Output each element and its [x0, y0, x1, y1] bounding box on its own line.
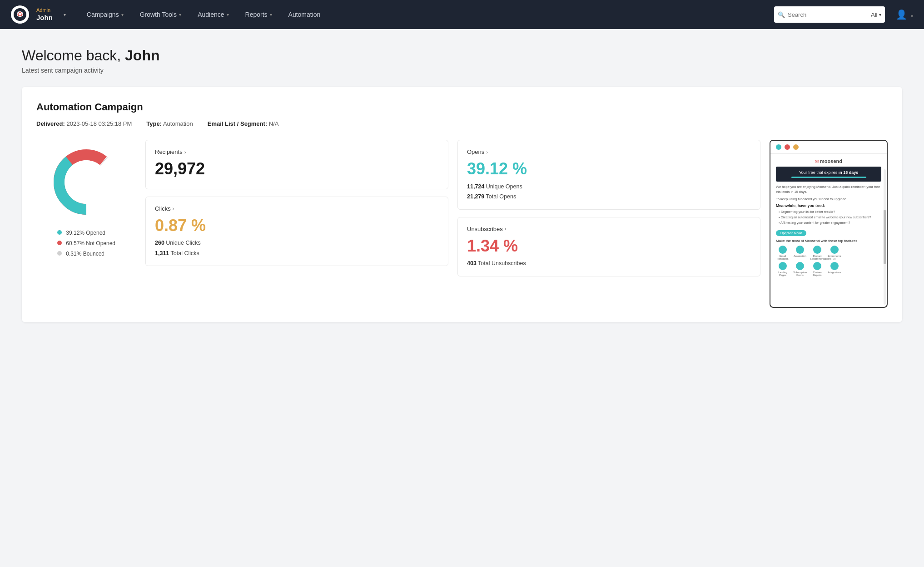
- nav-growth-tools[interactable]: Growth Tools ▾: [132, 0, 189, 29]
- profile-icon[interactable]: 👤 ▾: [896, 9, 913, 20]
- clicks-chevron: ›: [173, 206, 174, 211]
- user-dropdown-arrow[interactable]: ▾: [64, 12, 66, 17]
- email-preview: ✉ moosend Your free trial expires in 15 …: [770, 140, 888, 308]
- feature-icon: [813, 246, 821, 254]
- email-list-meta: Email List / Segment: N/A: [208, 120, 279, 127]
- feature-icon: [813, 262, 821, 270]
- ep-logo-text: moosend: [820, 158, 842, 164]
- bounced-dot: [57, 251, 62, 256]
- welcome-subtitle: Latest sent campaign activity: [22, 67, 902, 74]
- opened-dot: [57, 230, 62, 235]
- ep-features-title: Make the most of Moosend with these top …: [776, 239, 881, 243]
- search-icon: 🔍: [778, 11, 785, 18]
- stat-col-left: Recipients › 29,972 Clicks › 0.87 % 260 …: [145, 140, 448, 266]
- donut-container: 39.12% Opened 60.57% Not Opened 0.31% Bo…: [36, 140, 136, 259]
- ep-upgrade-btn[interactable]: Upgrade Now!: [776, 230, 806, 236]
- legend-bounced: 0.31% Bounced: [57, 249, 115, 259]
- feature-automation: Automation: [793, 246, 807, 260]
- clicks-percent: 0.87 %: [155, 217, 439, 235]
- audience-arrow: ▾: [227, 12, 229, 17]
- feature-email-templates: Email Templates: [776, 246, 790, 260]
- feature-icon: [796, 246, 804, 254]
- profile-arrow: ▾: [911, 14, 913, 19]
- feature-subscription: Subscription Forms: [793, 262, 807, 276]
- svg-point-9: [65, 160, 108, 204]
- recipients-value: 29,972: [155, 160, 439, 178]
- campaign-meta: Delivered: 2023-05-18 03:25:18 PM Type: …: [36, 120, 888, 127]
- opens-chevron: ›: [486, 149, 488, 155]
- not-opened-dot: [57, 241, 62, 245]
- feature-icon: [796, 262, 804, 270]
- campaign-card: Automation Campaign Delivered: 2023-05-1…: [22, 87, 902, 322]
- email-preview-body: ✉ moosend Your free trial expires in 15 …: [770, 154, 887, 305]
- donut-chart: [48, 143, 125, 221]
- ep-body-text2: To keep using Moosend you'll need to upg…: [776, 197, 881, 202]
- ep-list: • Segmenting your list for better result…: [776, 209, 881, 226]
- unsubscribes-header[interactable]: Unsubscribes ›: [467, 226, 751, 232]
- dot-gold: [793, 144, 799, 150]
- stats-layout: 39.12% Opened 60.57% Not Opened 0.31% Bo…: [36, 140, 888, 308]
- unsubscribes-chevron: ›: [505, 226, 507, 232]
- nav-search: 🔍 All ▾: [774, 6, 885, 23]
- feature-icon: [830, 246, 839, 254]
- ep-icons-row: Email Templates Automation Product Recom…: [776, 246, 881, 260]
- admin-label: Admin: [36, 7, 53, 13]
- clicks-sub: 260 Unique Clicks 1,311 Total Clicks: [155, 238, 439, 258]
- nav-items: Campaigns ▾ Growth Tools ▾ Audience ▾ Re…: [79, 0, 770, 29]
- unsubscribes-percent: 1.34 %: [467, 237, 751, 255]
- delivered-meta: Delivered: 2023-05-18 03:25:18 PM: [36, 120, 132, 127]
- nav-user: Admin John: [36, 7, 53, 21]
- search-input[interactable]: [788, 11, 864, 18]
- reports-arrow: ▾: [270, 12, 272, 17]
- nav-username: John: [36, 14, 53, 22]
- ep-body-text1: We hope you are enjoying Moosend. Just a…: [776, 184, 881, 195]
- filter-arrow: ▾: [879, 12, 881, 17]
- ep-scrollbar[interactable]: [884, 169, 886, 305]
- recipients-box: Recipients › 29,972: [145, 140, 448, 189]
- welcome-title: Welcome back, John: [22, 47, 902, 64]
- ep-scrollbar-thumb: [884, 210, 886, 264]
- clicks-header[interactable]: Clicks ›: [155, 205, 439, 212]
- navbar: Admin John ▾ Campaigns ▾ Growth Tools ▾ …: [0, 0, 924, 29]
- logo: [11, 5, 29, 24]
- legend-opened: 39.12% Opened: [57, 228, 115, 238]
- recipients-header[interactable]: Recipients ›: [155, 148, 439, 155]
- donut-legend: 39.12% Opened 60.57% Not Opened 0.31% Bo…: [57, 228, 115, 259]
- opens-sub: 11,724 Unique Opens 21,279 Total Opens: [467, 182, 751, 202]
- stat-col-right: Opens › 39.12 % 11,724 Unique Opens 21,2…: [457, 140, 760, 276]
- nav-audience[interactable]: Audience ▾: [189, 0, 237, 29]
- list-item: • Segmenting your list for better result…: [779, 209, 881, 215]
- dot-teal: [776, 144, 781, 150]
- main-content: Welcome back, John Latest sent campaign …: [0, 29, 924, 340]
- feature-icon: [779, 246, 787, 254]
- campaigns-arrow: ▾: [121, 12, 124, 17]
- list-item: • A/B testing your content for greater e…: [779, 220, 881, 226]
- ep-logo: ✉ moosend: [776, 158, 881, 164]
- ep-meanwhile-heading: Meanwhile, have you tried:: [776, 203, 881, 208]
- feature-custom-reports: Custom Reports: [810, 262, 824, 276]
- email-preview-topbar: [770, 141, 887, 154]
- dot-red: [785, 144, 790, 150]
- nav-reports[interactable]: Reports ▾: [237, 0, 280, 29]
- clicks-box: Clicks › 0.87 % 260 Unique Clicks 1,311 …: [145, 197, 448, 266]
- feature-ecommerce: Ecommerce AI: [828, 246, 841, 260]
- search-filter[interactable]: All ▾: [867, 11, 881, 18]
- unsubscribes-box: Unsubscribes › 1.34 % 403 Total Unsubscr…: [457, 217, 760, 276]
- opens-box: Opens › 39.12 % 11,724 Unique Opens 21,2…: [457, 140, 760, 210]
- unsubscribes-sub: 403 Total Unsubscribes: [467, 258, 751, 269]
- list-item: • Creating an automated email to welcome…: [779, 215, 881, 220]
- ep-icons-row-2: Landing Pages Subscription Forms Custom …: [776, 262, 881, 276]
- nav-campaigns[interactable]: Campaigns ▾: [79, 0, 132, 29]
- nav-automation[interactable]: Automation: [280, 0, 329, 29]
- feature-product-rec: Product Recommendations: [810, 246, 824, 260]
- opens-header[interactable]: Opens ›: [467, 148, 751, 155]
- opens-percent: 39.12 %: [467, 160, 751, 178]
- growth-tools-arrow: ▾: [179, 12, 181, 17]
- type-meta: Type: Automation: [146, 120, 193, 127]
- feature-integrations: Integrations: [828, 262, 841, 276]
- campaign-title: Automation Campaign: [36, 101, 888, 113]
- recipients-chevron: ›: [184, 149, 186, 155]
- ep-progress-bar: [791, 177, 866, 178]
- feature-icon: [779, 262, 787, 270]
- legend-not-opened: 60.57% Not Opened: [57, 238, 115, 249]
